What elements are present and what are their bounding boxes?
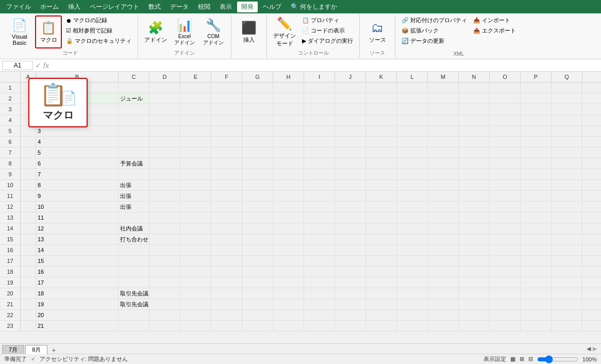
grid-cell[interactable] bbox=[273, 180, 304, 190]
grid-cell[interactable] bbox=[366, 180, 397, 190]
grid-cell[interactable] bbox=[552, 202, 582, 212]
data-refresh-button[interactable]: 🔄 データの更新 bbox=[399, 36, 469, 46]
grid-cell[interactable] bbox=[273, 115, 304, 125]
grid-cell[interactable] bbox=[335, 310, 366, 320]
grid-cell[interactable] bbox=[428, 126, 459, 136]
grid-cell[interactable] bbox=[366, 115, 397, 125]
grid-cell[interactable] bbox=[428, 299, 459, 309]
grid-cell[interactable] bbox=[490, 115, 521, 125]
grid-cell[interactable] bbox=[273, 245, 304, 255]
grid-cell[interactable] bbox=[397, 234, 428, 244]
grid-cell[interactable] bbox=[21, 245, 36, 255]
grid-cell[interactable] bbox=[397, 82, 428, 93]
grid-cell[interactable]: 取引先会議 bbox=[119, 299, 149, 309]
grid-cell[interactable] bbox=[335, 202, 366, 212]
grid-cell[interactable] bbox=[242, 277, 273, 288]
grid-cell[interactable]: 5 bbox=[36, 147, 119, 158]
grid-cell[interactable] bbox=[490, 180, 521, 190]
grid-cell[interactable] bbox=[490, 191, 521, 201]
grid-cell[interactable] bbox=[397, 299, 428, 309]
grid-cell[interactable] bbox=[304, 93, 335, 104]
grid-cell[interactable] bbox=[366, 256, 397, 266]
grid-cell[interactable] bbox=[490, 126, 521, 136]
grid-cell[interactable] bbox=[552, 288, 582, 299]
grid-cell[interactable] bbox=[459, 310, 490, 320]
grid-cell[interactable] bbox=[180, 93, 211, 104]
grid-cell[interactable] bbox=[180, 310, 211, 320]
grid-cell[interactable] bbox=[21, 180, 36, 190]
grid-cell[interactable] bbox=[366, 82, 397, 93]
grid-cell[interactable] bbox=[211, 180, 242, 190]
mapping-props-button[interactable]: 🔗 対応付けのプロパティ bbox=[399, 15, 469, 25]
grid-cell[interactable] bbox=[119, 277, 149, 288]
col-header-d[interactable]: D bbox=[149, 72, 180, 82]
grid-cell[interactable] bbox=[211, 321, 242, 331]
sheet-add-button[interactable]: + bbox=[48, 346, 59, 354]
grid-cell[interactable] bbox=[304, 212, 335, 223]
grid-cell[interactable] bbox=[490, 212, 521, 223]
grid-cell[interactable] bbox=[335, 277, 366, 288]
grid-cell[interactable] bbox=[521, 147, 552, 158]
grid-cell[interactable] bbox=[180, 256, 211, 266]
grid-cell[interactable] bbox=[552, 245, 582, 255]
grid-cell[interactable] bbox=[211, 234, 242, 244]
grid-cell[interactable] bbox=[304, 256, 335, 266]
relative-ref-button[interactable]: ☑ 相対参照で記録 bbox=[64, 26, 133, 36]
grid-cell[interactable] bbox=[149, 191, 180, 201]
grid-cell[interactable] bbox=[366, 137, 397, 147]
grid-cell[interactable] bbox=[428, 93, 459, 104]
grid-cell[interactable]: 16 bbox=[36, 267, 119, 277]
grid-cell[interactable] bbox=[397, 180, 428, 190]
menu-search[interactable]: 🔍 何をしますか bbox=[287, 2, 341, 12]
grid-cell[interactable] bbox=[552, 223, 582, 234]
grid-cell[interactable] bbox=[366, 267, 397, 277]
grid-cell[interactable] bbox=[211, 245, 242, 255]
grid-cell[interactable] bbox=[211, 93, 242, 104]
grid-cell[interactable] bbox=[304, 169, 335, 179]
grid-cell[interactable] bbox=[149, 147, 180, 158]
grid-cell[interactable] bbox=[119, 82, 149, 93]
grid-cell[interactable] bbox=[304, 82, 335, 93]
col-header-k[interactable]: K bbox=[366, 72, 397, 82]
grid-cell[interactable] bbox=[273, 277, 304, 288]
grid-cell[interactable] bbox=[21, 126, 36, 136]
grid-cell[interactable] bbox=[211, 256, 242, 266]
grid-cell[interactable] bbox=[304, 245, 335, 255]
grid-cell[interactable] bbox=[180, 104, 211, 114]
col-header-h[interactable]: H bbox=[273, 72, 304, 82]
grid-cell[interactable] bbox=[335, 267, 366, 277]
menu-home[interactable]: ホーム bbox=[36, 2, 63, 12]
grid-cell[interactable] bbox=[490, 169, 521, 179]
grid-cell[interactable] bbox=[180, 126, 211, 136]
grid-cell[interactable] bbox=[428, 104, 459, 114]
grid-cell[interactable] bbox=[273, 288, 304, 299]
page-break-icon[interactable]: ⊟ bbox=[528, 356, 533, 362]
grid-cell[interactable] bbox=[397, 137, 428, 147]
grid-cell[interactable] bbox=[119, 147, 149, 158]
grid-cell[interactable] bbox=[149, 137, 180, 147]
grid-cell[interactable] bbox=[366, 245, 397, 255]
grid-cell[interactable] bbox=[149, 212, 180, 223]
grid-cell[interactable] bbox=[211, 147, 242, 158]
grid-cell[interactable] bbox=[119, 126, 149, 136]
grid-cell[interactable] bbox=[459, 288, 490, 299]
grid-cell[interactable]: 13 bbox=[36, 234, 119, 244]
grid-cell[interactable] bbox=[490, 234, 521, 244]
scroll-left-icon[interactable]: ◀ bbox=[587, 345, 591, 352]
grid-cell[interactable] bbox=[552, 104, 582, 114]
menu-page-layout[interactable]: ページレイアウト bbox=[86, 2, 143, 12]
grid-cell[interactable] bbox=[428, 115, 459, 125]
grid-cell[interactable] bbox=[304, 115, 335, 125]
grid-cell[interactable] bbox=[119, 256, 149, 266]
properties-button[interactable]: 📋 プロパティ bbox=[300, 15, 355, 25]
grid-cell[interactable] bbox=[521, 169, 552, 179]
excel-addin-button[interactable]: 📊 Excelアドイン bbox=[171, 15, 198, 48]
grid-cell[interactable] bbox=[21, 202, 36, 212]
grid-cell[interactable] bbox=[180, 212, 211, 223]
grid-cell[interactable] bbox=[552, 93, 582, 104]
menu-data[interactable]: データ bbox=[166, 2, 193, 12]
grid-cell[interactable] bbox=[304, 321, 335, 331]
grid-cell[interactable] bbox=[304, 277, 335, 288]
grid-cell[interactable] bbox=[180, 223, 211, 234]
grid-cell[interactable] bbox=[304, 191, 335, 201]
